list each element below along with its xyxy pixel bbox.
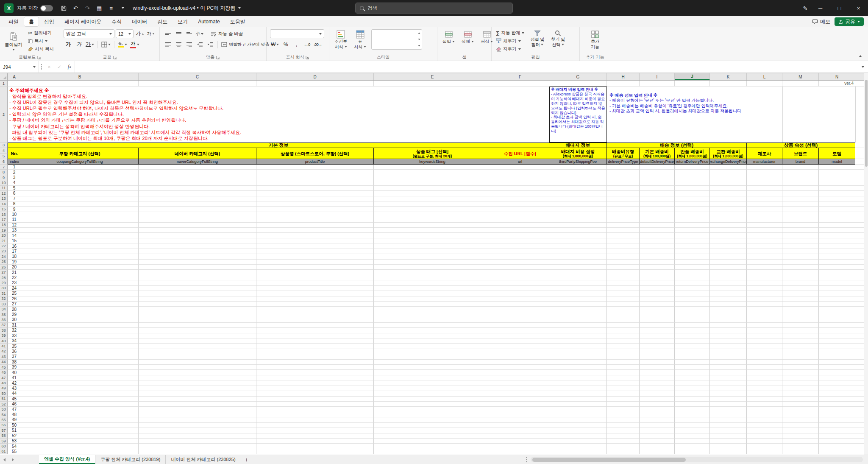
dialog-launcher-icon[interactable] [37,56,41,59]
row-header-19[interactable]: 19 [0,228,8,233]
cell-A46[interactable]: 40 [8,370,21,375]
cell-F57[interactable] [491,428,549,433]
cell-K40[interactable] [710,338,747,344]
cell-B38[interactable] [21,328,139,333]
cell-J20[interactable] [675,233,710,238]
cell-E24[interactable] [374,254,491,259]
cell-J22[interactable] [675,243,710,249]
cell-N46[interactable] [819,370,855,375]
cell-I32[interactable] [640,296,675,302]
cell-J32[interactable] [675,296,710,302]
cell-N60[interactable] [819,444,855,449]
cell-G26[interactable] [549,265,607,270]
cell-J47[interactable] [675,375,710,380]
cell-D13[interactable] [256,196,374,201]
row-header-57[interactable]: 57 [0,428,8,433]
cell-I31[interactable] [640,291,675,296]
cell-G42[interactable] [549,349,607,354]
cell-N59[interactable] [819,439,855,444]
cell-N21[interactable] [819,238,855,243]
cell-K8[interactable] [710,170,747,175]
cell-H52[interactable] [607,402,640,407]
cell-D23[interactable] [256,249,374,254]
row-header-1[interactable]: 1 [0,81,8,87]
cell-K25[interactable] [710,260,747,265]
cell-N17[interactable] [819,217,855,222]
cell-M14[interactable] [782,201,819,207]
cell-L20[interactable] [747,233,782,238]
row-header-8[interactable]: 8 [0,170,8,175]
cell-F17[interactable] [491,217,549,222]
cell-H22[interactable] [607,243,640,249]
cell-E57[interactable] [374,428,491,433]
sheet-nav-right-button[interactable] [8,455,17,464]
cell-I53[interactable] [640,407,675,412]
cell-F58[interactable] [491,433,549,439]
cell-G18[interactable] [549,223,607,228]
cell-C12[interactable] [139,191,256,196]
cell-K49[interactable] [710,386,747,391]
cell-G46[interactable] [549,370,607,375]
cell-L26[interactable] [747,265,782,270]
cell-E28[interactable] [374,275,491,280]
cell-L11[interactable] [747,186,782,191]
cell-H7[interactable] [607,165,640,170]
cell-M15[interactable] [782,207,819,212]
qat-customize-button[interactable] [117,3,128,14]
cell-A34[interactable]: 28 [8,307,21,312]
cell-E31[interactable] [374,291,491,296]
cell-F40[interactable] [491,338,549,344]
row-header-38[interactable]: 38 [0,328,8,333]
cell-I16[interactable] [640,212,675,217]
cell-I48[interactable] [640,380,675,386]
cell-M36[interactable] [782,317,819,322]
cell-J42[interactable] [675,349,710,354]
cell-I39[interactable] [640,333,675,338]
cell-C34[interactable] [139,307,256,312]
font-color-button[interactable]: 가 [129,40,140,49]
row-header-45[interactable]: 45 [0,365,8,370]
cell-B52[interactable] [21,402,139,407]
cell-K43[interactable] [710,354,747,359]
cell-F18[interactable] [491,223,549,228]
row-header-61[interactable]: 61 [0,449,8,454]
cell-H36[interactable] [607,317,640,322]
cell-J41[interactable] [675,344,710,349]
horizontal-scrollbar[interactable] [531,457,863,462]
cell-M22[interactable] [782,243,819,249]
cell-H17[interactable] [607,217,640,222]
cell-J24[interactable] [675,254,710,259]
cell-L55[interactable] [747,417,782,422]
cell-G59[interactable] [549,439,607,444]
cell-A61[interactable]: 55 [8,449,21,454]
cell-I11[interactable] [640,186,675,191]
percent-style-button[interactable]: % [281,40,290,49]
row-header-5[interactable]: 5 [0,154,8,159]
row-header-7[interactable]: 7 [0,165,8,170]
cell-D20[interactable] [256,233,374,238]
cell-L30[interactable] [747,286,782,291]
draw-pen-button[interactable]: ✎ [800,3,811,14]
cell-N15[interactable] [819,207,855,212]
cell-B35[interactable] [21,312,139,317]
column-title-G[interactable]: 배대지 비용 설정(최대 1,000,000원) [549,148,607,159]
vertical-scroll-thumb[interactable] [865,80,868,167]
cell-D40[interactable] [256,338,374,344]
cell-M59[interactable] [782,439,819,444]
row-header-46[interactable]: 46 [0,370,8,375]
new-sheet-button[interactable]: + [241,455,252,464]
ribbon-tab-검토[interactable]: 검토 [153,17,172,26]
cell-C37[interactable] [139,323,256,328]
cell-G41[interactable] [549,344,607,349]
cell-N16[interactable] [819,212,855,217]
cell-M30[interactable] [782,286,819,291]
cell-J43[interactable] [675,354,710,359]
cell-H42[interactable] [607,349,640,354]
cell-M11[interactable] [782,186,819,191]
cell-L57[interactable] [747,428,782,433]
cell-L53[interactable] [747,407,782,412]
cell-I37[interactable] [640,323,675,328]
cell-L58[interactable] [747,433,782,439]
cell-G16[interactable] [549,212,607,217]
cell-I12[interactable] [640,191,675,196]
